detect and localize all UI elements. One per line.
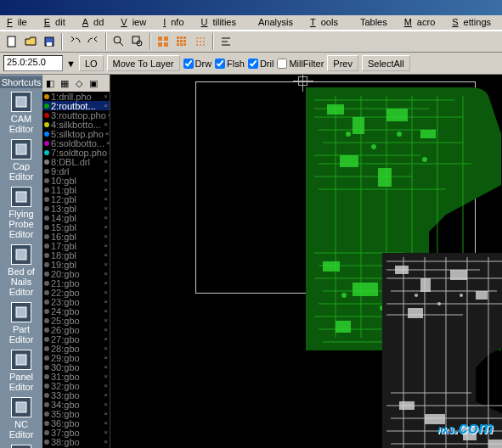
zoom-icon[interactable] — [110, 33, 127, 50]
shortcut-label: Part Editor — [3, 324, 40, 344]
layer-tool-2-icon[interactable]: ▦ — [58, 76, 71, 90]
shortcuts-header: Shortcuts — [0, 76, 42, 88]
layer-color-icon — [44, 337, 49, 342]
svg-rect-7 — [158, 36, 162, 41]
layer-row[interactable]: 7:soldtop.pho× — [42, 148, 110, 157]
layer-row[interactable]: 3:routtop.pho× — [42, 110, 110, 120]
layer-row[interactable]: 18:gbl× — [42, 250, 110, 260]
shortcut-cam[interactable]: CAM Editor — [3, 89, 40, 137]
layer-row[interactable]: 36:gbo× — [42, 418, 110, 428]
layer-row[interactable]: 38:gbo× — [42, 437, 110, 446]
layer-row[interactable]: 33:gbo× — [42, 390, 110, 400]
layer-row[interactable]: 30:gbo× — [42, 362, 110, 372]
layer-row[interactable]: 19:gbl× — [42, 260, 110, 269]
layer-list[interactable]: 1:drill.pho×2:routbot...×3:routtop.pho×4… — [42, 92, 110, 448]
layer-row[interactable]: 6:soldbotto...× — [42, 138, 110, 148]
svg-point-51 — [346, 132, 351, 137]
layer-row[interactable]: 5:silktop.pho× — [42, 129, 110, 138]
shortcut-label: Panel Editor — [3, 372, 40, 392]
redo-icon[interactable] — [85, 33, 102, 50]
layer-row[interactable]: 20:gbo× — [42, 269, 110, 278]
layer-row[interactable]: 17:gbl× — [42, 241, 110, 250]
layer-tool-1-icon[interactable]: ◧ — [43, 76, 57, 90]
menu-edit[interactable]: Edit — [39, 16, 76, 29]
move-to-layer-button[interactable]: Move To Layer — [107, 55, 180, 71]
layer-row[interactable]: 11:gbl× — [42, 185, 110, 194]
layer-row[interactable]: 31:gbo× — [42, 372, 110, 381]
layer-row[interactable]: 15:gbl× — [42, 222, 110, 232]
menu-analysis[interactable]: Analysis — [248, 16, 303, 29]
menu-view[interactable]: View — [116, 16, 156, 29]
layer-row[interactable]: 27:gbo× — [42, 334, 110, 344]
layer-color-icon — [44, 197, 49, 202]
layer-row[interactable]: 14:gbl× — [42, 213, 110, 222]
layer-row[interactable]: 25:gbo× — [42, 316, 110, 325]
lo-button[interactable]: LO — [79, 55, 104, 71]
dril-checkbox[interactable]: Dril — [248, 59, 274, 69]
menu-tools[interactable]: Tools — [305, 16, 348, 29]
layer-x-icon: × — [104, 204, 108, 212]
prev-button[interactable]: Prev — [327, 55, 358, 71]
layer-color-icon — [44, 440, 49, 445]
layer-row[interactable]: 24:gbo× — [42, 306, 110, 316]
svg-rect-37 — [16, 355, 26, 365]
open-icon[interactable] — [22, 33, 39, 50]
layer-row[interactable]: 32:gbo× — [42, 381, 110, 390]
menu-utilities[interactable]: Utilities — [196, 16, 246, 29]
shortcut-probe[interactable]: Flying Probe Editor — [3, 184, 40, 242]
grid3-icon[interactable] — [192, 33, 209, 50]
menu-info[interactable]: Info — [158, 16, 194, 29]
layer-row[interactable]: 37:gbo× — [42, 428, 110, 437]
shortcut-panel[interactable]: Panel Editor — [3, 347, 40, 395]
shortcut-part[interactable]: Part Editor — [3, 300, 40, 347]
drw-checkbox[interactable]: Drw — [183, 59, 212, 69]
shortcut-nails[interactable]: Bed of Nails Editor — [3, 242, 40, 300]
layer-color-icon — [44, 421, 49, 426]
shortcut-nc[interactable]: NC Editor — [3, 395, 40, 442]
grid2-icon[interactable] — [173, 33, 190, 50]
coord-combo[interactable]: 25.0:25.0 — [3, 55, 63, 71]
svg-rect-59 — [420, 278, 431, 292]
canvas-viewport[interactable]: itk3.com — [110, 75, 502, 448]
layer-row[interactable]: 23:gbo× — [42, 297, 110, 306]
zoom-window-icon[interactable] — [129, 33, 146, 50]
layer-row[interactable]: 28:gbo× — [42, 344, 110, 353]
undo-icon[interactable] — [66, 33, 83, 50]
layer-row[interactable]: 4:silkbotto...× — [42, 120, 110, 129]
selectall-button[interactable]: SelectAll — [362, 55, 410, 71]
save-icon[interactable] — [41, 33, 58, 50]
layer-row[interactable]: 26:gbo× — [42, 325, 110, 334]
layer-row[interactable]: 35:gbo× — [42, 409, 110, 418]
layer-tool-4-icon[interactable]: ▣ — [87, 76, 100, 90]
layer-row[interactable]: 12:gbl× — [42, 194, 110, 204]
shortcut-symbol[interactable]: Symbol Editor — [3, 442, 40, 448]
shortcut-cap[interactable]: Cap Editor — [3, 137, 40, 184]
grid1-icon[interactable] — [155, 33, 172, 50]
menu-add[interactable]: Add — [77, 16, 115, 29]
layer-row[interactable]: 9:drl× — [42, 166, 110, 176]
dropdown-icon[interactable]: ▼ — [66, 59, 76, 69]
layer-x-icon: × — [104, 307, 108, 315]
layer-row[interactable]: 21:gbo× — [42, 278, 110, 288]
layer-row[interactable]: 1:drill.pho× — [42, 92, 110, 101]
layer-color-icon — [44, 318, 49, 323]
new-icon[interactable] — [3, 33, 20, 50]
menu-macro[interactable]: Macro — [399, 16, 446, 29]
millfilter-checkbox[interactable]: MillFilter — [277, 59, 324, 69]
layer-row[interactable]: 34:gbo× — [42, 400, 110, 409]
align-icon[interactable] — [217, 33, 234, 50]
menu-tables[interactable]: Tables — [350, 16, 398, 29]
layer-row[interactable]: 10:gbl× — [42, 176, 110, 185]
layer-row[interactable]: 29:gbo× — [42, 353, 110, 362]
layer-row[interactable]: 2:routbot...× — [42, 101, 110, 110]
layer-row[interactable]: 13:gbl× — [42, 204, 110, 213]
menu-file[interactable]: File — [2, 16, 37, 29]
pcb-white-layer — [378, 249, 502, 448]
svg-rect-5 — [133, 36, 139, 43]
layer-row[interactable]: 8:DBL.drl× — [42, 157, 110, 166]
flsh-checkbox[interactable]: Flsh — [215, 59, 245, 69]
layer-tool-3-icon[interactable]: ◇ — [72, 76, 86, 90]
menu-settings[interactable]: Settings — [447, 16, 501, 29]
layer-row[interactable]: 22:gbo× — [42, 288, 110, 297]
layer-row[interactable]: 16:gbl× — [42, 232, 110, 241]
